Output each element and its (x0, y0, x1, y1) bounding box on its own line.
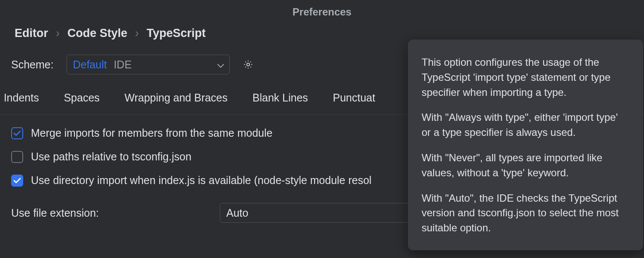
chevron-right-icon: › (56, 27, 60, 40)
tab-punctuation[interactable]: Punctuat (333, 92, 375, 107)
file-extension-value: Auto (226, 207, 248, 219)
window-title: Preferences (0, 0, 644, 27)
breadcrumb-item-editor[interactable]: Editor (15, 27, 48, 40)
chevron-right-icon: › (135, 27, 139, 40)
tooltip-paragraph: With "Always with type", either 'import … (422, 110, 629, 140)
tab-spaces[interactable]: Spaces (64, 92, 100, 107)
option-paths-relative-label: Use paths relative to tsconfig.json (31, 150, 191, 163)
tab-wrapping[interactable]: Wrapping and Braces (125, 92, 228, 107)
scheme-select[interactable]: Default IDE (67, 55, 230, 74)
breadcrumb-item-typescript[interactable]: TypeScript (147, 27, 206, 40)
tooltip-paragraph: With "Auto", the IDE checks the TypeScri… (422, 191, 629, 236)
breadcrumb-item-code-style[interactable]: Code Style (67, 27, 128, 40)
checkbox-dir-import[interactable] (11, 175, 23, 187)
svg-point-0 (246, 63, 249, 66)
tooltip-paragraph: With "Never", all types are imported lik… (422, 150, 629, 181)
tab-blank-lines[interactable]: Blank Lines (252, 92, 308, 107)
tooltip-paragraph: This option configures the usage of the … (422, 55, 629, 100)
scheme-label: Scheme: (11, 58, 54, 71)
option-merge-imports-label: Merge imports for members from the same … (31, 127, 273, 139)
checkbox-merge-imports[interactable] (11, 127, 23, 139)
file-extension-label: Use file extension: (11, 207, 99, 219)
gear-icon[interactable] (243, 59, 254, 70)
chevron-down-icon (217, 58, 224, 71)
scheme-selected: Default (73, 58, 107, 71)
file-extension-select[interactable]: Auto (220, 203, 409, 223)
checkbox-paths-relative[interactable] (11, 151, 23, 163)
scheme-scope: IDE (114, 58, 132, 71)
tab-indents[interactable]: and Indents (0, 92, 39, 107)
option-dir-import-label: Use directory import when index.js is av… (31, 174, 371, 187)
help-tooltip: This option configures the usage of the … (408, 40, 643, 250)
